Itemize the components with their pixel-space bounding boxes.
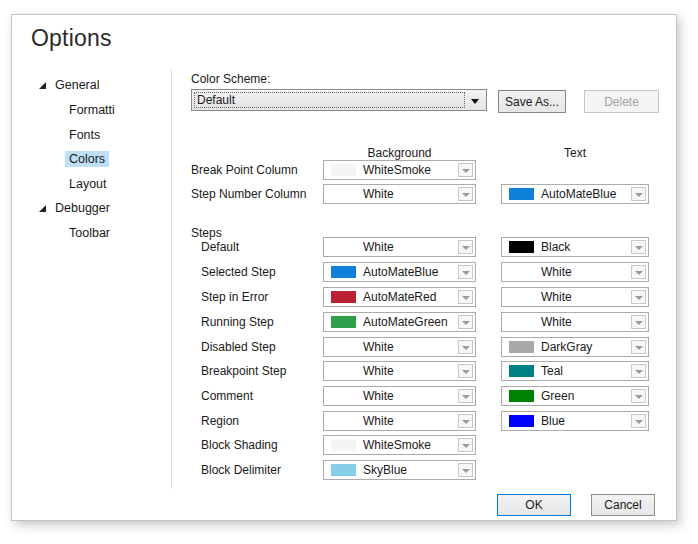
color-swatch [509, 390, 534, 402]
row-label-step-in-error: Step in Error [201, 290, 268, 304]
breakpoint-step-background-color-combo[interactable]: White [323, 361, 476, 381]
ok-button[interactable]: OK [497, 494, 571, 516]
tree-item-general[interactable]: General [12, 77, 170, 96]
step-in-error-text-color-combo[interactable]: White [501, 287, 649, 307]
tree-item-layout[interactable]: Layout [12, 176, 170, 195]
step-number-column-text-color-combo[interactable]: AutoMateBlue [501, 184, 649, 204]
tree-item-label: Layout [65, 176, 111, 192]
color-swatch [331, 291, 356, 303]
chevron-down-icon[interactable] [631, 290, 646, 304]
color-name: White [363, 340, 394, 354]
default-background-color-combo[interactable]: White [323, 237, 476, 257]
chevron-down-icon[interactable] [631, 389, 646, 403]
chevron-down-icon[interactable] [458, 290, 473, 304]
disabled-step-text-color-combo[interactable]: DarkGray [501, 337, 649, 357]
color-swatch [331, 241, 356, 253]
color-swatch [331, 415, 356, 427]
color-swatch [331, 439, 356, 451]
row-label-running-step: Running Step [201, 315, 274, 329]
tree-item-fonts[interactable]: Fonts [12, 127, 170, 146]
color-swatch [331, 188, 356, 200]
chevron-down-icon[interactable] [458, 340, 473, 354]
color-swatch [509, 241, 534, 253]
chevron-down-icon[interactable] [631, 240, 646, 254]
row-label-region: Region [201, 414, 239, 428]
chevron-down-icon[interactable] [458, 265, 473, 279]
selected-step-background-color-combo[interactable]: AutoMateBlue [323, 262, 476, 282]
color-swatch [509, 266, 534, 278]
tree-item-colors[interactable]: Colors [12, 151, 170, 170]
selected-step-text-color-combo[interactable]: White [501, 262, 649, 282]
delete-button[interactable]: Delete [584, 90, 659, 113]
tree-item-debugger[interactable]: Debugger [12, 200, 170, 219]
step-in-error-background-color-combo[interactable]: AutoMateRed [323, 287, 476, 307]
color-swatch [331, 316, 356, 328]
color-name: Teal [541, 364, 563, 378]
color-swatch [331, 390, 356, 402]
color-name: AutoMateBlue [541, 187, 616, 201]
color-swatch [331, 365, 356, 377]
chevron-down-icon[interactable] [458, 240, 473, 254]
row-label-default: Default [201, 240, 239, 254]
tree-item-label: Fonts [65, 127, 104, 143]
chevron-down-icon[interactable] [458, 389, 473, 403]
chevron-down-icon[interactable] [458, 364, 473, 378]
chevron-down-icon[interactable] [458, 438, 473, 452]
block-delimiter-background-color-combo[interactable]: SkyBlue [323, 460, 476, 480]
tree-item-label: Debugger [51, 200, 114, 216]
color-swatch [509, 188, 534, 200]
tree-expander-icon[interactable] [39, 82, 46, 89]
color-name: Blue [541, 414, 565, 428]
chevron-down-icon [471, 99, 479, 104]
color-name: WhiteSmoke [363, 438, 431, 452]
tree-item-formatti[interactable]: Formatti [12, 102, 170, 121]
step-number-column-background-color-combo[interactable]: White [323, 184, 476, 204]
color-name: Green [541, 389, 574, 403]
tree-item-toolbar[interactable]: Toolbar [12, 225, 170, 244]
save-as-button[interactable]: Save As... [498, 90, 566, 113]
row-label-step-number-column: Step Number Column [191, 187, 306, 201]
row-label-break-point-column: Break Point Column [191, 163, 298, 177]
chevron-down-icon[interactable] [458, 414, 473, 428]
color-name: White [541, 290, 572, 304]
color-name: White [363, 240, 394, 254]
color-name: White [541, 315, 572, 329]
tree-item-label: General [51, 77, 103, 93]
block-shading-background-color-combo[interactable]: WhiteSmoke [323, 435, 476, 455]
chevron-down-icon[interactable] [458, 315, 473, 329]
default-text-color-combo[interactable]: Black [501, 237, 649, 257]
row-label-breakpoint-step: Breakpoint Step [201, 364, 286, 378]
tree-item-label: Colors [65, 151, 109, 167]
chevron-down-icon[interactable] [631, 364, 646, 378]
running-step-text-color-combo[interactable]: White [501, 312, 649, 332]
region-background-color-combo[interactable]: White [323, 411, 476, 431]
break-point-column-background-color-combo[interactable]: WhiteSmoke [323, 160, 476, 180]
breakpoint-step-text-color-combo[interactable]: Teal [501, 361, 649, 381]
region-text-color-combo[interactable]: Blue [501, 411, 649, 431]
text-column-header: Text [501, 146, 649, 160]
chevron-down-icon[interactable] [631, 414, 646, 428]
running-step-background-color-combo[interactable]: AutoMateGreen [323, 312, 476, 332]
row-label-disabled-step: Disabled Step [201, 340, 276, 354]
color-name: SkyBlue [363, 463, 407, 477]
color-swatch [509, 341, 534, 353]
cancel-button[interactable]: Cancel [591, 494, 655, 516]
comment-text-color-combo[interactable]: Green [501, 386, 649, 406]
chevron-down-icon[interactable] [631, 315, 646, 329]
chevron-down-icon[interactable] [631, 265, 646, 279]
color-swatch [509, 291, 534, 303]
disabled-step-background-color-combo[interactable]: White [323, 337, 476, 357]
chevron-down-icon[interactable] [458, 187, 473, 201]
row-label-comment: Comment [201, 389, 253, 403]
color-swatch [331, 464, 356, 476]
chevron-down-icon[interactable] [631, 340, 646, 354]
tree-expander-icon[interactable] [39, 205, 46, 212]
color-name: White [363, 364, 394, 378]
chevron-down-icon[interactable] [458, 463, 473, 477]
panel-divider [171, 69, 172, 489]
color-name: White [363, 187, 394, 201]
chevron-down-icon[interactable] [458, 163, 473, 177]
chevron-down-icon[interactable] [631, 187, 646, 201]
comment-background-color-combo[interactable]: White [323, 386, 476, 406]
color-scheme-combo[interactable]: Default [191, 89, 487, 111]
